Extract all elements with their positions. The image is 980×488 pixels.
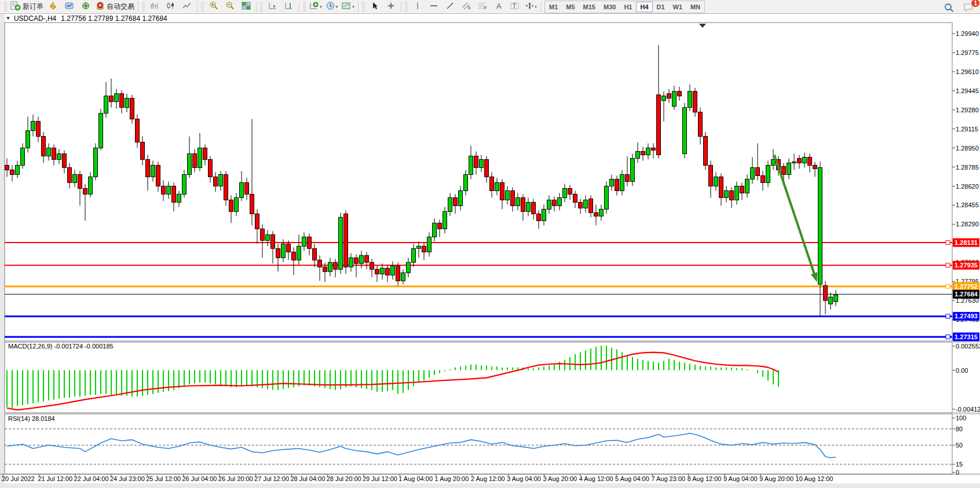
candle-body — [735, 186, 739, 200]
candle-body — [594, 212, 598, 216]
candle-body — [130, 98, 134, 119]
candle-body — [287, 244, 291, 252]
candle-body — [360, 255, 364, 263]
line-handle[interactable] — [946, 314, 950, 318]
time-label: 24 Jul 23:00 — [110, 475, 145, 482]
candle-body — [141, 142, 145, 160]
candle-body — [506, 190, 510, 200]
rsi-tick-label: 15 — [956, 461, 963, 468]
candle-body — [813, 166, 817, 169]
candle-body — [26, 131, 30, 148]
line-handle[interactable] — [946, 335, 950, 339]
macd-label: MACD(12,26,9) -0.001724 -0.000185 — [8, 343, 114, 350]
candle-body — [73, 175, 77, 183]
candle-body — [318, 260, 322, 267]
candle-body — [370, 262, 374, 269]
window-bottom-border — [0, 483, 980, 488]
candle-body — [646, 148, 650, 155]
candle-body — [537, 214, 541, 221]
candle-body — [803, 157, 807, 163]
macd-tick-label: -0.004124 — [956, 406, 980, 413]
time-label: 3 Aug 04:00 — [507, 475, 541, 482]
candle-body — [626, 175, 630, 182]
candle-body — [433, 223, 437, 237]
rsi-tick-label: 50 — [956, 442, 963, 449]
time-label: 28 Jul 20:00 — [327, 475, 361, 482]
chart-area[interactable]: 1.299401.297751.296101.294451.292801.291… — [0, 0, 980, 488]
candle-body — [725, 190, 729, 197]
candle-body — [714, 177, 718, 186]
candle-body — [21, 148, 25, 166]
candle-body — [235, 197, 239, 211]
line-handle[interactable] — [946, 263, 950, 267]
candle-body — [214, 177, 218, 186]
price-tick-label: 1.29940 — [956, 30, 979, 37]
candle-body — [782, 167, 786, 175]
candle-body — [454, 197, 458, 206]
time-label: 21 Jul 12:00 — [38, 475, 72, 482]
candle-body — [182, 175, 187, 195]
time-label: 28 Jul 04:00 — [290, 475, 325, 482]
candle-body — [156, 166, 160, 186]
line-price-label: 1.27935 — [955, 262, 978, 269]
candle-body — [42, 137, 46, 156]
candle-body — [407, 262, 411, 273]
time-label: 20 Jul 2022 — [2, 475, 35, 482]
price-tick-label: 1.29775 — [956, 49, 979, 56]
candle-body — [657, 95, 661, 155]
candle-body — [125, 98, 129, 108]
line-price-label: 1.28131 — [955, 239, 978, 246]
candle-body — [792, 162, 796, 163]
line-handle[interactable] — [946, 241, 950, 245]
candle-body — [693, 91, 697, 112]
line-handle[interactable] — [946, 284, 950, 288]
candle-body — [68, 168, 72, 183]
candle-body — [464, 175, 468, 191]
candle-body — [240, 182, 244, 197]
macd-pane — [5, 342, 952, 413]
candle-body — [532, 202, 536, 214]
candle-body — [63, 154, 67, 168]
rsi-tick-label: 100 — [956, 414, 966, 421]
candle-body — [109, 96, 114, 102]
candle-body — [808, 157, 812, 166]
candle-body — [412, 248, 416, 262]
candle-body — [526, 202, 531, 211]
candle-body — [266, 234, 270, 240]
candle-body — [480, 160, 484, 168]
candle-body — [401, 273, 405, 281]
candle-body — [417, 246, 421, 248]
candle-body — [620, 175, 624, 191]
time-label: 9 Aug 04:00 — [723, 475, 758, 482]
candle-body — [120, 94, 124, 108]
candle-body — [605, 186, 609, 209]
candle-body — [678, 91, 682, 96]
price-tick-label: 1.28620 — [956, 183, 979, 190]
price-tick-label: 1.28290 — [956, 221, 979, 228]
line-price-label: 1.27493 — [955, 313, 978, 320]
price-tick-label: 1.28950 — [956, 145, 979, 152]
candle-body — [292, 252, 296, 260]
candle-body — [83, 188, 87, 194]
price-tick-label: 1.28785 — [956, 164, 979, 171]
candle-body — [198, 148, 202, 168]
candle-body — [31, 122, 35, 131]
bid-price-label: 1.27684 — [955, 291, 978, 298]
candle-body — [10, 170, 14, 175]
price-tick-label: 1.28455 — [956, 201, 979, 208]
candle-body — [631, 159, 635, 182]
candle-body — [683, 108, 687, 154]
candle-body — [386, 268, 390, 275]
candle-body — [354, 258, 359, 263]
candle-body — [542, 209, 546, 221]
candle-body — [771, 160, 776, 166]
candle-body — [553, 200, 557, 206]
candle-body — [313, 248, 317, 260]
candle-body — [47, 148, 51, 156]
candle-body — [224, 175, 228, 200]
candle-body — [704, 137, 708, 166]
candle-body — [636, 152, 640, 159]
line-price-label: 1.27752 — [955, 283, 978, 290]
time-label: 1 Aug 04:00 — [398, 475, 433, 482]
price-tick-label: 1.29280 — [956, 107, 979, 113]
